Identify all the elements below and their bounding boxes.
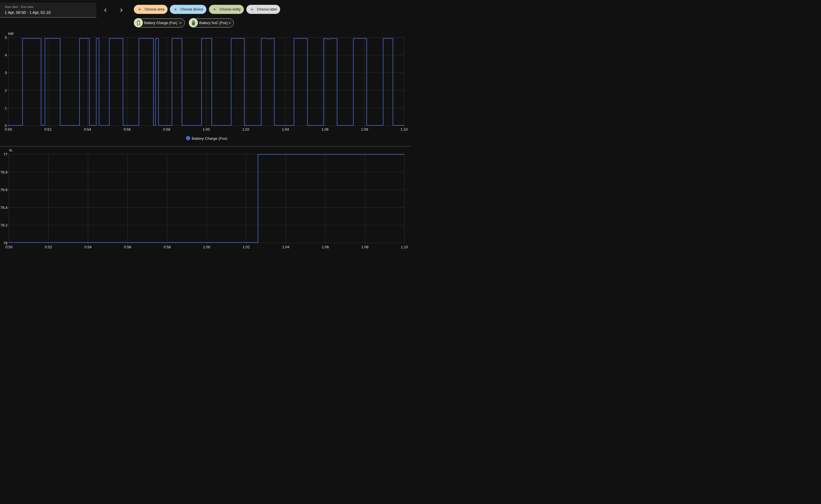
svg-text:5: 5 (5, 35, 7, 40)
svg-text:1:04: 1:04 (282, 245, 289, 249)
svg-text:3: 3 (5, 71, 7, 75)
svg-text:0:58: 0:58 (164, 245, 171, 249)
svg-text:1:06: 1:06 (322, 245, 329, 249)
svg-text:76.4: 76.4 (0, 206, 7, 210)
svg-text:1:10: 1:10 (401, 245, 408, 249)
svg-text:Battery Charge (Fox): Battery Charge (Fox) (192, 136, 227, 141)
svg-text:0:50: 0:50 (5, 245, 12, 249)
svg-text:1:00: 1:00 (203, 127, 210, 132)
svg-text:76.8: 76.8 (0, 170, 7, 174)
svg-text:0:52: 0:52 (45, 245, 52, 249)
svg-text:1:08: 1:08 (361, 245, 368, 249)
svg-text:1:00: 1:00 (203, 245, 210, 249)
svg-text:0:50: 0:50 (5, 127, 12, 132)
svg-text:76: 76 (3, 241, 7, 245)
svg-text:1:02: 1:02 (242, 127, 249, 132)
svg-text:0:52: 0:52 (44, 127, 51, 132)
svg-text:1:06: 1:06 (321, 127, 329, 132)
svg-text:1: 1 (5, 106, 7, 110)
svg-text:0:56: 0:56 (124, 245, 131, 249)
svg-text:1:02: 1:02 (243, 245, 250, 249)
svg-text:2: 2 (5, 88, 7, 93)
svg-text:76.6: 76.6 (0, 188, 7, 192)
svg-text:1:04: 1:04 (282, 127, 289, 132)
svg-text:0:56: 0:56 (124, 127, 131, 132)
svg-text:76.2: 76.2 (0, 223, 7, 227)
svg-text:77: 77 (3, 152, 7, 156)
svg-text:0:58: 0:58 (163, 127, 170, 132)
svg-text:%: % (9, 148, 12, 153)
svg-text:1:10: 1:10 (401, 127, 408, 132)
svg-text:1:08: 1:08 (361, 127, 368, 132)
svg-text:0:54: 0:54 (84, 127, 91, 132)
svg-text:0:54: 0:54 (84, 245, 92, 249)
svg-text:4: 4 (5, 53, 7, 57)
svg-text:kW: kW (8, 31, 14, 36)
